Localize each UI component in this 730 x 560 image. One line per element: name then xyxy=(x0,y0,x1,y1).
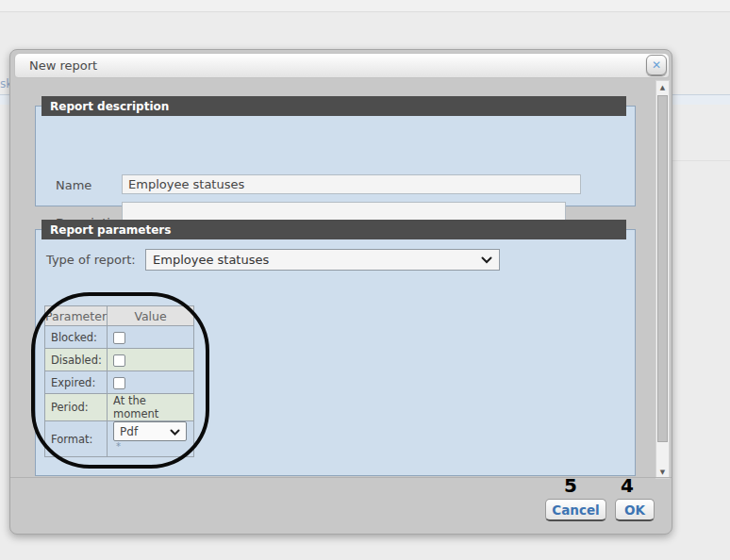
name-label: Name xyxy=(56,178,91,192)
close-button[interactable]: ✕ xyxy=(646,55,667,75)
table-row: Period: At the moment xyxy=(45,394,194,421)
disabled-checkbox[interactable] xyxy=(113,354,125,367)
dialog-titlebar: New report xyxy=(14,53,670,78)
report-description-header: Report description xyxy=(41,96,626,116)
type-of-report-label: Type of report: xyxy=(46,253,136,267)
chevron-down-icon xyxy=(170,425,180,438)
table-row: Blocked: xyxy=(45,326,194,349)
param-label-expired: Expired: xyxy=(45,371,108,394)
name-input[interactable] xyxy=(122,174,581,194)
background-partial-link: sk xyxy=(0,77,9,91)
table-row: Expired: xyxy=(45,371,194,394)
column-header-value: Value xyxy=(108,306,194,326)
report-description-panel: Name Description xyxy=(35,106,636,206)
close-icon: ✕ xyxy=(652,58,661,72)
background-divider xyxy=(672,160,730,161)
period-value: At the moment xyxy=(108,394,194,421)
new-report-dialog: New report ✕ Report description Name Des… xyxy=(9,49,672,535)
scrollbar-thumb[interactable] xyxy=(657,95,668,442)
type-of-report-select[interactable]: Employee statuses xyxy=(145,249,500,271)
parameters-table: Parameter Value Blocked: Disabled: Expir… xyxy=(44,305,194,457)
param-label-format: Format: xyxy=(45,421,108,457)
format-select[interactable]: Pdf xyxy=(113,421,187,441)
chevron-down-icon xyxy=(481,253,492,267)
page-top-band xyxy=(0,0,730,12)
format-value: Pdf xyxy=(120,425,138,438)
table-header-row: Parameter Value xyxy=(45,306,194,326)
param-label-disabled: Disabled: xyxy=(45,349,108,371)
column-header-parameter: Parameter xyxy=(45,306,108,326)
vertical-scrollbar[interactable]: ▲ ▼ xyxy=(655,80,670,479)
ok-button[interactable]: OK xyxy=(615,499,655,521)
footer-divider xyxy=(10,477,672,478)
report-parameters-panel: Type of report: Employee statuses Parame… xyxy=(35,229,636,476)
cancel-button[interactable]: Cancel xyxy=(545,499,606,521)
table-row: Format: Pdf * xyxy=(45,421,194,457)
table-row: Disabled: xyxy=(45,349,194,371)
report-description-header-label: Report description xyxy=(50,100,169,113)
expired-checkbox[interactable] xyxy=(113,377,125,389)
dialog-title: New report xyxy=(29,58,97,73)
report-parameters-header-label: Report parameters xyxy=(50,223,171,237)
required-marker: * xyxy=(116,441,121,452)
blocked-checkbox[interactable] xyxy=(113,332,125,344)
param-label-blocked: Blocked: xyxy=(45,326,108,349)
scroll-up-icon[interactable]: ▲ xyxy=(656,81,669,93)
report-parameters-header: Report parameters xyxy=(41,220,626,239)
param-label-period: Period: xyxy=(45,394,108,421)
type-of-report-value: Employee statuses xyxy=(153,253,269,267)
